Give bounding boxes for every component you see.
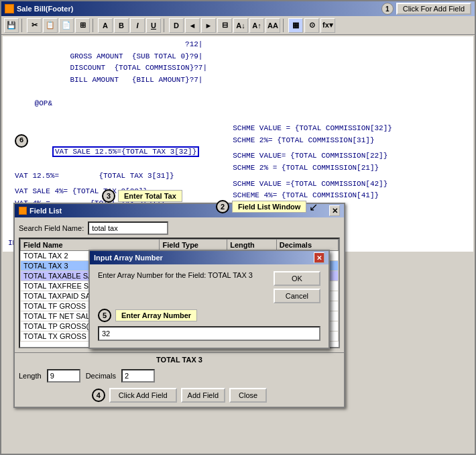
arrow-right-button[interactable]: ► xyxy=(201,18,216,33)
col-length: Length xyxy=(227,240,277,251)
circle-num-1: 1 xyxy=(381,3,394,15)
table-header-row: Field Name Field Type Length Decimals xyxy=(21,240,339,251)
window-title: Sale Bill(Footer) xyxy=(17,5,73,13)
font-big-button[interactable]: A↑ xyxy=(249,18,264,33)
field-properties-row: Length Decimals xyxy=(15,366,344,385)
field-list-title-text: Field List xyxy=(29,207,62,215)
special-button[interactable]: ⊞ xyxy=(75,18,90,33)
title-bar-right: 1 Click For Add Field xyxy=(381,3,471,15)
title-bar: Sale Bill(Footer) 1 Click For Add Field xyxy=(1,1,475,16)
paste-button[interactable]: 📄 xyxy=(59,18,74,33)
app-icon xyxy=(5,4,14,13)
schme-val2: SCHME VALUE= {TOTAL COMMISSION[22]} xyxy=(233,150,392,162)
field-list-close-button[interactable]: ✕ xyxy=(329,205,340,216)
add-field-button[interactable]: Add Field xyxy=(181,388,225,403)
cancel-button[interactable]: Cancel xyxy=(274,289,320,303)
col-field-type: Field Type xyxy=(160,240,227,251)
circle-5: 5 xyxy=(98,309,111,322)
d-button[interactable]: D xyxy=(169,18,184,33)
copy-button[interactable]: 📋 xyxy=(43,18,58,33)
toolbar-separator-3 xyxy=(164,19,166,32)
vat-sale-highlighted: VAT SALE 12.5%={TOTAL TAX 3[32]} xyxy=(52,146,199,157)
decimals-input[interactable] xyxy=(121,369,155,383)
content-line-3: DISCOUNT {TOTAL COMMISSION}?7| xyxy=(8,62,468,74)
length-input[interactable] xyxy=(47,369,80,383)
search-row: Search Field Name: xyxy=(19,221,340,235)
circle-6: 6 xyxy=(15,134,28,148)
enter-array-annotation: 5 Enter Array Number xyxy=(98,309,320,322)
close-button[interactable]: Close xyxy=(229,388,267,403)
op-amp: @OP& xyxy=(35,99,52,107)
content-line-2: GROSS AMOUNT {SUB TOTAL 0}?9| xyxy=(8,51,468,63)
toolbar-separator-2 xyxy=(93,19,95,32)
field-list-title-bar: Field List ✕ xyxy=(15,204,344,217)
content-line-5: @OP& xyxy=(8,86,468,121)
array-dialog-close-button[interactable]: ✕ xyxy=(314,252,324,263)
bottom-buttons-row: 4 Click Add Field Add Field Close xyxy=(15,385,344,407)
input-array-dialog: Input Array Number ✕ Enter Array Number … xyxy=(88,250,330,349)
col-field-name: Field Name xyxy=(21,240,160,251)
click-add-field-label-btn[interactable]: Click Add Field xyxy=(109,388,177,403)
toolbar: 💾 ✂ 📋 📄 ⊞ A B I U D ◄ ► ⊟ A↓ A↑ AA ▦ ⊙ f… xyxy=(1,16,475,35)
vat-4-sale-line: VAT SALE 4%= {TOTAL TAX 3[22]} xyxy=(15,186,199,198)
schme-val1: SCHME VALUE = {TOTAL COMMISSION[32]} xyxy=(233,123,392,135)
scheme-4: SCHEME 4%= {TOTAL COMMISSION[41]} xyxy=(233,190,392,202)
bold-button[interactable]: B xyxy=(114,18,129,33)
length-label: Length xyxy=(19,372,42,380)
array-dialog-title-bar: Input Array Number ✕ xyxy=(90,251,329,264)
content-line-1: ?12| xyxy=(8,39,468,51)
toolbar-separator-4 xyxy=(283,19,286,32)
toolbar-separator xyxy=(21,19,24,32)
search-field-input[interactable] xyxy=(88,221,168,235)
selected-field-display: TOTAL TAX 3 xyxy=(15,352,344,366)
indent-button[interactable]: ⊟ xyxy=(217,18,232,33)
main-window: Sale Bill(Footer) 1 Click For Add Field … xyxy=(0,0,476,455)
cut-button[interactable]: ✂ xyxy=(27,18,42,33)
schme-2-1: SCHME 2%= {TOTAL COMMISSION[31]} xyxy=(233,135,392,147)
ok-button[interactable]: OK xyxy=(274,271,320,286)
field-list-icon xyxy=(19,207,27,215)
underline-button[interactable]: U xyxy=(146,18,161,33)
schme-2-2: SCHME 2% = {TOTAL COMMISSION[21]} xyxy=(233,162,392,174)
text-button[interactable]: A xyxy=(98,18,113,33)
array-description: Enter Array Number for the Field: TOTAL … xyxy=(98,271,253,279)
format-button[interactable]: ⊙ xyxy=(304,18,319,33)
font-small-button[interactable]: A↓ xyxy=(233,18,248,33)
italic-button[interactable]: I xyxy=(130,18,145,33)
array-dialog-title: Input Array Number xyxy=(94,254,163,262)
array-dialog-body: Enter Array Number for the Field: TOTAL … xyxy=(90,264,329,348)
selected-field-label: TOTAL TAX 3 xyxy=(19,356,340,364)
vat-sale-line: 6 VAT SALE 12.5%={TOTAL TAX 3[32]} xyxy=(8,123,199,170)
schme-val3: SCHME VALUE ={TOTAL COMMISSION[42]} xyxy=(233,179,392,191)
aa-button[interactable]: AA xyxy=(265,18,280,33)
content-line-4: BILL AMOUNT {BILL AMOUNT}?7| xyxy=(8,74,468,87)
grid-button[interactable]: ▦ xyxy=(288,18,303,33)
enter-array-number-label: Enter Array Number xyxy=(115,309,197,321)
circle-4: 4 xyxy=(92,389,105,402)
decimals-label: Decimals xyxy=(86,372,116,380)
col-decimals: Decimals xyxy=(276,240,338,251)
add-field-top-button[interactable]: Click For Add Field xyxy=(396,3,471,15)
save-button[interactable]: 💾 xyxy=(4,18,19,33)
search-field-label: Search Field Name: xyxy=(19,224,84,232)
array-number-input[interactable] xyxy=(98,326,320,341)
vat-12-5-line: VAT 12.5%= {TOTAL TAX 3[31]} xyxy=(15,170,199,183)
arrow-left-button[interactable]: ◄ xyxy=(185,18,200,33)
fx-button[interactable]: fx▾ xyxy=(320,18,335,33)
